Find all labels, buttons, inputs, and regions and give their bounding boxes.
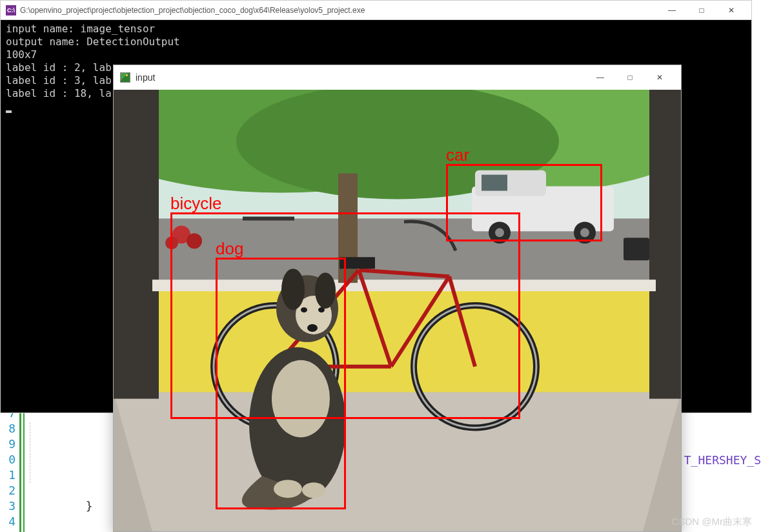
console-line: input name: image_tensor bbox=[6, 23, 155, 35]
window-controls: — □ ✕ bbox=[585, 65, 675, 90]
minimize-button[interactable]: — bbox=[585, 65, 615, 90]
console-title: G:\openvino_project\project\objetection_… bbox=[20, 6, 657, 15]
image-titlebar[interactable]: input — □ ✕ bbox=[114, 65, 681, 90]
cursor-icon bbox=[6, 110, 12, 113]
svg-point-19 bbox=[580, 228, 589, 237]
gutter-change-bar bbox=[19, 403, 21, 532]
code-fragment: T_HERSHEY_S bbox=[684, 453, 761, 467]
svg-rect-31 bbox=[340, 257, 375, 269]
image-viewer-window: input — □ ✕ bbox=[113, 65, 682, 532]
line-number: 1 bbox=[0, 467, 15, 483]
svg-rect-46 bbox=[624, 238, 649, 260]
svg-rect-9 bbox=[114, 90, 159, 399]
minimize-button[interactable]: — bbox=[657, 1, 687, 20]
console-line: label id : 2, lab bbox=[6, 61, 112, 74]
svg-point-36 bbox=[315, 272, 336, 309]
line-number: 9 bbox=[0, 436, 15, 452]
svg-point-41 bbox=[274, 480, 302, 498]
code-line: } bbox=[30, 499, 93, 513]
window-controls: — □ ✕ bbox=[657, 1, 746, 20]
gutter-change-bar bbox=[23, 403, 25, 532]
svg-rect-11 bbox=[152, 280, 656, 291]
svg-rect-10 bbox=[649, 90, 681, 399]
console-line: 100x7 bbox=[6, 48, 37, 61]
svg-point-44 bbox=[187, 233, 202, 249]
svg-point-38 bbox=[301, 307, 307, 312]
watermark-text: CSDN @Mr曲末寒 bbox=[672, 516, 752, 528]
line-number: 0 bbox=[0, 452, 15, 467]
image-window-title: input bbox=[136, 72, 585, 83]
svg-point-45 bbox=[165, 236, 178, 249]
line-number: 2 bbox=[0, 483, 15, 498]
close-button[interactable]: ✕ bbox=[645, 65, 675, 90]
line-number: 8 bbox=[0, 421, 15, 436]
line-number: 3 bbox=[0, 498, 15, 514]
svg-marker-8 bbox=[114, 393, 681, 531]
console-titlebar[interactable]: C:\ G:\openvino_project\project\objetect… bbox=[1, 1, 751, 20]
close-button[interactable]: ✕ bbox=[716, 1, 746, 20]
svg-rect-5 bbox=[114, 283, 681, 398]
svg-point-18 bbox=[495, 228, 504, 237]
maximize-button[interactable]: □ bbox=[687, 1, 716, 20]
line-number-gutter: 7 8 9 0 1 2 3 4 bbox=[0, 403, 19, 532]
image-canvas: bicycle car dog bbox=[114, 90, 681, 531]
console-line: label id : 18, la bbox=[6, 87, 112, 99]
console-line: output name: DetectionOutput bbox=[6, 36, 180, 48]
code-line: } bbox=[30, 484, 121, 497]
svg-point-39 bbox=[318, 307, 325, 312]
svg-rect-15 bbox=[482, 175, 507, 191]
detection-scene bbox=[114, 90, 681, 531]
maximize-button[interactable]: □ bbox=[615, 65, 645, 90]
svg-point-42 bbox=[302, 482, 325, 498]
line-number: 4 bbox=[0, 514, 15, 529]
svg-point-37 bbox=[307, 324, 318, 332]
svg-point-35 bbox=[281, 269, 305, 310]
console-app-icon: C:\ bbox=[6, 5, 16, 15]
svg-point-40 bbox=[272, 360, 330, 438]
image-app-icon bbox=[120, 72, 130, 83]
console-line: label id : 3, lab bbox=[6, 74, 112, 87]
